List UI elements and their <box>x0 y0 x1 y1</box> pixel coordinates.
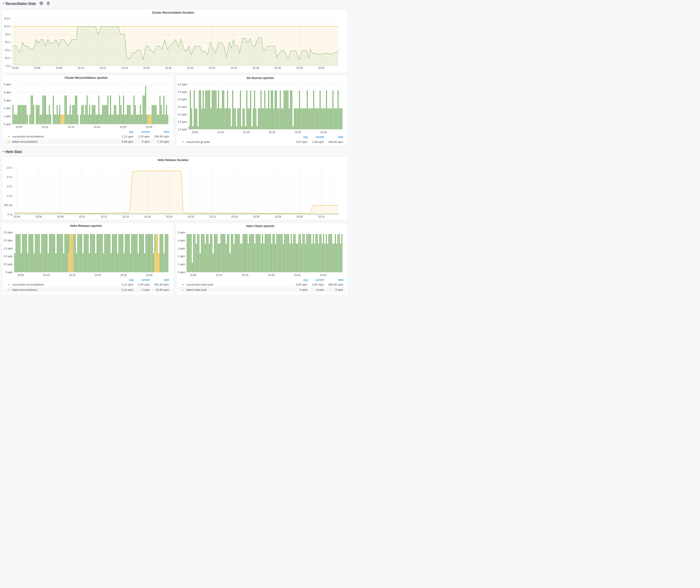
svg-text:15:20: 15:20 <box>187 66 193 69</box>
svg-text:15:30: 15:30 <box>320 131 327 134</box>
svg-text:1 opm: 1 opm <box>4 115 11 118</box>
svg-text:15:28: 15:28 <box>275 215 281 218</box>
svg-text:7.20 opm: 7.20 opm <box>157 140 169 143</box>
svg-text:successful chart pulls: successful chart pulls <box>186 283 213 286</box>
svg-text:0 opm: 0 opm <box>142 288 150 291</box>
svg-text:current: current <box>315 278 324 281</box>
svg-text:15:05: 15:05 <box>190 274 196 277</box>
svg-text:2.5 opm: 2.5 opm <box>177 105 187 108</box>
svg-text:15:06: 15:06 <box>35 215 42 218</box>
svg-text:15:20: 15:20 <box>95 273 101 276</box>
svg-text:Cluster Reconciliations ops/mi: Cluster Reconciliations ops/min <box>65 76 108 80</box>
svg-text:15:28: 15:28 <box>274 66 281 69</box>
svg-text:0 opm: 0 opm <box>178 271 185 274</box>
svg-text:15:04: 15:04 <box>13 215 20 218</box>
svg-text:15:15: 15:15 <box>68 126 74 129</box>
svg-text:2.40 opm: 2.40 opm <box>312 140 324 144</box>
svg-text:15:10: 15:10 <box>42 126 48 129</box>
svg-text:15:05: 15:05 <box>16 126 22 129</box>
svg-text:15:12: 15:12 <box>100 215 107 218</box>
svg-text:current: current <box>315 135 324 139</box>
svg-text:1.20 opm: 1.20 opm <box>138 135 150 138</box>
svg-text:15:25: 15:25 <box>120 273 127 276</box>
svg-text:avg: avg <box>303 278 308 281</box>
svg-text:1.5 opm: 1.5 opm <box>3 247 13 250</box>
svg-text:0.5 opm: 0.5 opm <box>3 263 13 266</box>
svg-text:254.40 opm: 254.40 opm <box>154 283 169 286</box>
svg-text:5 opm: 5 opm <box>178 231 185 234</box>
svg-text:Helm Releases ops/min: Helm Releases ops/min <box>70 224 102 228</box>
svg-text:4.80 opm: 4.80 opm <box>312 283 324 286</box>
svg-text:3 opm: 3 opm <box>178 247 185 250</box>
svg-text:15:22: 15:22 <box>209 215 216 218</box>
svg-text:0 ns: 0 ns <box>7 213 12 216</box>
svg-text:15:20: 15:20 <box>269 131 275 134</box>
svg-text:15:10: 15:10 <box>216 274 222 277</box>
svg-text:15:30: 15:30 <box>146 273 152 276</box>
svg-text:1.0 opm: 1.0 opm <box>3 255 13 258</box>
svg-text:15:10: 15:10 <box>79 215 85 218</box>
svg-text:1 opm: 1 opm <box>178 263 185 266</box>
svg-text:3.5 opm: 3.5 opm <box>177 90 187 94</box>
svg-text:10.0 s: 10.0 s <box>4 25 11 28</box>
svg-text:2 opm: 2 opm <box>4 107 11 110</box>
svg-text:0 opm: 0 opm <box>316 288 324 291</box>
svg-text:0 opm: 0 opm <box>6 271 13 274</box>
svg-text:15:26: 15:26 <box>253 215 259 218</box>
svg-text:8.0 s: 8.0 s <box>5 57 11 60</box>
svg-text:successful reconciliations: successful reconciliations <box>12 135 44 138</box>
svg-text:15:05: 15:05 <box>17 273 24 276</box>
svg-text:15:12: 15:12 <box>99 66 106 69</box>
svg-text:15:14: 15:14 <box>121 66 128 69</box>
svg-text:15:10: 15:10 <box>43 273 50 276</box>
svg-text:15.60 opm: 15.60 opm <box>156 288 169 291</box>
svg-text:3.85 opm: 3.85 opm <box>296 283 307 286</box>
svg-text:1.0 s: 1.0 s <box>7 194 12 197</box>
svg-text:15:20: 15:20 <box>268 274 274 277</box>
svg-text:3.0 opm: 3.0 opm <box>177 98 187 101</box>
svg-text:0 opm: 0 opm <box>4 123 11 126</box>
svg-text:10.5 s: 10.5 s <box>4 17 11 20</box>
svg-text:total: total <box>164 278 169 281</box>
svg-text:15:15: 15:15 <box>243 131 250 134</box>
svg-text:9.0 s: 9.0 s <box>5 41 11 44</box>
svg-text:0.13 opm: 0.13 opm <box>121 288 133 291</box>
svg-text:current: current <box>141 130 150 133</box>
svg-text:total: total <box>338 135 343 139</box>
svg-text:2.12 opm: 2.12 opm <box>121 135 133 138</box>
svg-text:15:08: 15:08 <box>56 66 62 69</box>
svg-text:15:30: 15:30 <box>296 66 303 69</box>
svg-text:15:05: 15:05 <box>192 131 198 134</box>
svg-text:15:04: 15:04 <box>12 66 18 69</box>
svg-text:avg: avg <box>303 135 308 139</box>
svg-text:15:24: 15:24 <box>231 215 238 218</box>
svg-text:current: current <box>141 278 150 281</box>
svg-text:15:24: 15:24 <box>231 66 237 69</box>
svg-text:15:10: 15:10 <box>77 66 84 69</box>
svg-text:2.87 opm: 2.87 opm <box>296 140 307 144</box>
svg-text:1.0 opm: 1.0 opm <box>177 128 187 131</box>
svg-text:346.80 opm: 346.80 opm <box>328 140 343 144</box>
svg-text:15:32: 15:32 <box>318 215 325 218</box>
svg-text:15:25: 15:25 <box>294 131 301 134</box>
svg-text:3 opm: 3 opm <box>4 99 11 102</box>
svg-text:8.5 s: 8.5 s <box>5 48 11 52</box>
svg-text:15:26: 15:26 <box>252 66 259 69</box>
svg-text:2.0 opm: 2.0 opm <box>3 239 13 242</box>
svg-text:4.0 opm: 4.0 opm <box>177 83 187 86</box>
svg-text:Helm Release Duration: Helm Release Duration <box>158 158 189 162</box>
svg-text:4 opm: 4 opm <box>178 239 185 242</box>
svg-text:Helm Charts ops/min: Helm Charts ops/min <box>246 224 274 228</box>
svg-text:256.80 opm: 256.80 opm <box>154 135 169 138</box>
svg-text:9.5 s: 9.5 s <box>5 33 11 36</box>
svg-text:15:30: 15:30 <box>296 215 303 218</box>
svg-text:15:22: 15:22 <box>209 66 215 69</box>
svg-text:0 opm: 0 opm <box>142 140 150 143</box>
svg-text:500 ms: 500 ms <box>4 204 12 207</box>
svg-text:successful git pulls: successful git pulls <box>186 140 210 144</box>
svg-text:failed chart pulls: failed chart pulls <box>186 288 207 291</box>
svg-text:15:15: 15:15 <box>242 274 248 277</box>
svg-text:15:25: 15:25 <box>294 274 300 277</box>
svg-text:avg: avg <box>129 130 133 133</box>
svg-text:15:32: 15:32 <box>318 66 324 69</box>
